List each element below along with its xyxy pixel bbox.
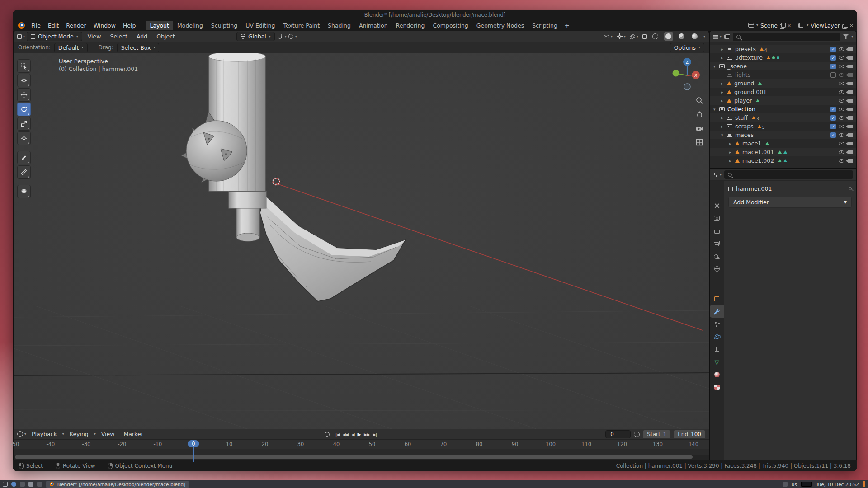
outliner-row-ground-001[interactable]: ▸ ground.001 xyxy=(710,88,856,96)
proportional-edit-icon[interactable] xyxy=(288,34,293,39)
scene-icon[interactable] xyxy=(748,23,754,28)
menu-render[interactable]: Render xyxy=(62,21,90,30)
timeline-scrollbar[interactable] xyxy=(14,455,709,460)
expand-icon[interactable]: ▸ xyxy=(721,90,727,94)
expand-icon[interactable]: ▸ xyxy=(729,141,735,146)
scene-selector[interactable]: Scene xyxy=(760,22,778,29)
tab-output[interactable] xyxy=(710,225,724,237)
render-visibility-icon[interactable] xyxy=(848,56,853,60)
timeline-ruler[interactable]: -50 -40 -30 -20 -10 0 10 20 30 40 50 60 … xyxy=(14,440,709,449)
jump-to-end-button[interactable]: ▶| xyxy=(373,432,377,437)
hide-icon[interactable] xyxy=(839,159,844,163)
show-desktop-button[interactable] xyxy=(863,481,865,487)
tab-scene[interactable] xyxy=(710,250,724,263)
tab-constraints[interactable] xyxy=(710,343,724,356)
visibility-dropdown[interactable]: ▾ xyxy=(604,35,613,38)
expand-icon[interactable]: ▸ xyxy=(721,47,727,52)
workspace-tab-rendering[interactable]: Rendering xyxy=(392,21,429,30)
hide-icon[interactable] xyxy=(839,142,844,145)
terminal-icon[interactable] xyxy=(20,482,25,487)
outliner-row-presets[interactable]: ▸ presets 4 ✓ xyxy=(710,45,856,53)
workspace-tab-sculpting[interactable]: Sculpting xyxy=(207,21,241,30)
pan-hand-icon[interactable] xyxy=(695,110,703,118)
chevron-down-icon[interactable]: ▾ xyxy=(807,23,808,27)
workspace-tab-scripting[interactable]: Scripting xyxy=(528,21,561,30)
hide-icon[interactable] xyxy=(839,125,844,128)
exclude-checkbox[interactable] xyxy=(830,72,836,78)
outliner-row-mace1-002[interactable]: ▸ mace1.002 xyxy=(710,156,856,165)
hide-icon[interactable] xyxy=(839,99,844,103)
tab-particles[interactable] xyxy=(710,318,724,330)
menu-edit[interactable]: Edit xyxy=(44,21,62,30)
options-dropdown[interactable]: Options▾ xyxy=(670,43,704,52)
render-visibility-icon[interactable] xyxy=(848,108,853,111)
playback-sync-icon[interactable] xyxy=(634,432,640,437)
expand-icon[interactable]: ▸ xyxy=(729,159,735,163)
add-cube-tool[interactable] xyxy=(17,185,31,198)
mode-dropdown[interactable]: Object Mode▾ xyxy=(27,32,82,41)
render-visibility-icon[interactable] xyxy=(848,82,853,85)
taskbar-clock[interactable]: Tue, 10 Dec 20:52 xyxy=(816,482,859,487)
workspace-tab-compositing[interactable]: Compositing xyxy=(429,21,472,30)
hide-icon[interactable] xyxy=(839,133,844,137)
prev-keyframe-button[interactable]: ◀◀ xyxy=(343,432,349,437)
files-icon[interactable] xyxy=(28,482,33,487)
exclude-checkbox[interactable]: ✓ xyxy=(830,115,836,121)
workspace-tab-animation[interactable]: Animation xyxy=(355,21,392,30)
hide-icon[interactable] xyxy=(839,82,844,85)
expand-icon[interactable]: ▸ xyxy=(721,56,727,60)
collapse-icon[interactable]: ▾ xyxy=(713,64,719,69)
tab-tool[interactable] xyxy=(710,199,724,212)
timeline-editor-type-button[interactable]: ▾ xyxy=(17,431,26,437)
workspace-tab-modeling[interactable]: Modeling xyxy=(173,21,207,30)
overlays-toggle[interactable]: ▾ xyxy=(630,34,638,39)
scale-tool[interactable] xyxy=(17,117,31,131)
workspace-tab-shading[interactable]: Shading xyxy=(324,21,355,30)
outliner-row-mace1[interactable]: ▸ mace1 xyxy=(710,139,856,148)
exclude-checkbox[interactable]: ✓ xyxy=(830,55,836,61)
proportional-dropdown-icon[interactable]: ▾ xyxy=(295,35,297,38)
snap-dropdown-icon[interactable]: ▾ xyxy=(285,35,287,38)
orientation-dropdown[interactable]: Default▾ xyxy=(54,43,88,52)
zoom-icon[interactable] xyxy=(695,96,703,104)
workspace-tab-texture-paint[interactable]: Texture Paint xyxy=(279,21,324,30)
render-visibility-icon[interactable] xyxy=(848,73,853,77)
gizmo-y-axis[interactable] xyxy=(673,70,679,77)
outliner-row-scene-collection[interactable]: ▾ _scene ✓ xyxy=(710,62,856,70)
render-visibility-icon[interactable] xyxy=(848,99,853,103)
render-visibility-icon[interactable] xyxy=(848,150,853,154)
hide-icon[interactable] xyxy=(839,150,844,154)
next-keyframe-button[interactable]: ▶▶ xyxy=(364,432,370,437)
xray-toggle-icon[interactable] xyxy=(642,34,647,39)
timeline-menu-keying[interactable]: Keying xyxy=(66,430,92,438)
render-visibility-icon[interactable] xyxy=(848,65,853,68)
taskbar-window-button[interactable]: Blender* [/home/amalie/Desktop/blender/m… xyxy=(46,481,189,488)
select-box-tool[interactable] xyxy=(17,59,31,73)
3d-viewport[interactable]: User Perspective (0) Collection | hammer… xyxy=(14,53,709,429)
tab-object-data[interactable]: ▽ xyxy=(710,356,724,368)
outliner-row-ground[interactable]: ▸ ground xyxy=(710,79,856,88)
hide-icon[interactable] xyxy=(839,108,844,111)
end-frame-field[interactable]: End100 xyxy=(674,430,705,438)
measure-tool[interactable] xyxy=(17,165,31,179)
unlink-scene-icon[interactable]: × xyxy=(787,23,791,28)
ortho-grid-icon[interactable] xyxy=(695,138,703,146)
shading-solid-button[interactable] xyxy=(664,32,673,41)
expand-icon[interactable]: ▸ xyxy=(721,81,727,86)
viewlayer-selector[interactable]: ViewLayer xyxy=(811,22,840,29)
hide-icon[interactable] xyxy=(839,73,844,77)
exclude-checkbox[interactable]: ✓ xyxy=(830,64,836,69)
collapse-icon[interactable]: ▾ xyxy=(721,133,727,137)
collapse-icon[interactable]: ▾ xyxy=(713,107,719,112)
cursor-tool[interactable] xyxy=(17,74,31,87)
editor-type-button[interactable]: ▾ xyxy=(17,34,25,39)
tab-view-layer[interactable] xyxy=(710,237,724,250)
system-monitor-icon[interactable] xyxy=(801,482,812,487)
move-tool[interactable] xyxy=(17,88,31,102)
add-modifier-button[interactable]: Add Modifier ▾ xyxy=(728,197,852,208)
display-mode-icon[interactable] xyxy=(724,34,730,39)
tab-physics[interactable] xyxy=(710,330,724,343)
new-viewlayer-icon[interactable] xyxy=(842,23,847,28)
expand-icon[interactable]: ▸ xyxy=(729,150,735,155)
hide-icon[interactable] xyxy=(839,65,844,68)
